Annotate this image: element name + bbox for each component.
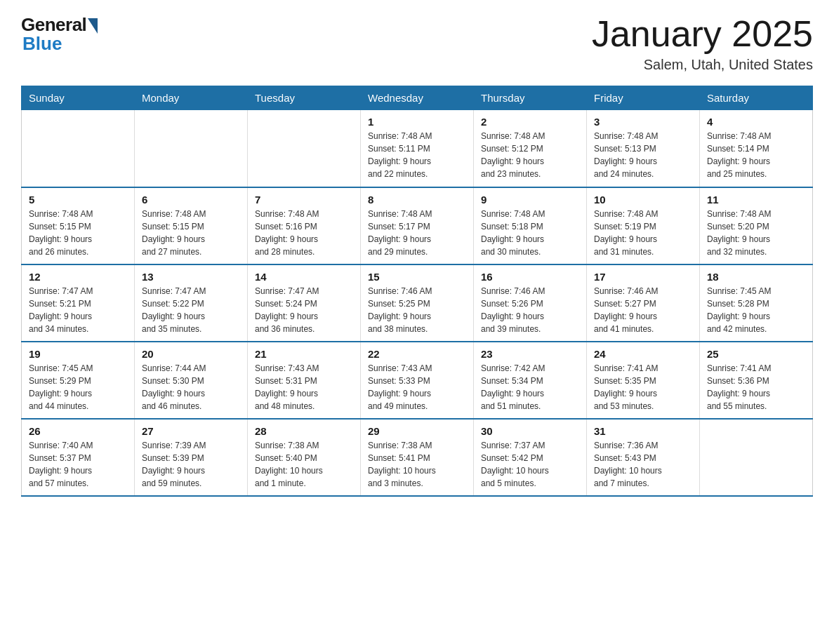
calendar-cell: 4Sunrise: 7:48 AM Sunset: 5:14 PM Daylig… — [700, 110, 813, 187]
calendar-week-row: 5Sunrise: 7:48 AM Sunset: 5:15 PM Daylig… — [22, 187, 813, 264]
day-info-text: Sunrise: 7:47 AM Sunset: 5:21 PM Dayligh… — [29, 285, 127, 335]
day-info-text: Sunrise: 7:44 AM Sunset: 5:30 PM Dayligh… — [142, 362, 240, 412]
calendar-cell: 11Sunrise: 7:48 AM Sunset: 5:20 PM Dayli… — [700, 187, 813, 264]
day-number: 12 — [29, 271, 127, 283]
day-number: 16 — [481, 271, 579, 283]
day-info-text: Sunrise: 7:48 AM Sunset: 5:14 PM Dayligh… — [707, 130, 805, 180]
day-number: 19 — [29, 348, 127, 360]
calendar-title-section: January 2025 Salem, Utah, United States — [592, 14, 813, 73]
day-info-text: Sunrise: 7:45 AM Sunset: 5:28 PM Dayligh… — [707, 285, 805, 335]
day-number: 4 — [707, 116, 805, 128]
weekday-header-row: SundayMondayTuesdayWednesdayThursdayFrid… — [22, 86, 813, 110]
day-number: 10 — [594, 194, 692, 206]
calendar-cell: 31Sunrise: 7:36 AM Sunset: 5:43 PM Dayli… — [587, 419, 700, 496]
day-info-text: Sunrise: 7:48 AM Sunset: 5:16 PM Dayligh… — [255, 208, 353, 258]
logo-triangle-icon — [88, 18, 98, 34]
weekday-header-friday: Friday — [587, 86, 700, 110]
calendar-cell: 30Sunrise: 7:37 AM Sunset: 5:42 PM Dayli… — [474, 419, 587, 496]
day-info-text: Sunrise: 7:48 AM Sunset: 5:19 PM Dayligh… — [594, 208, 692, 258]
day-info-text: Sunrise: 7:39 AM Sunset: 5:39 PM Dayligh… — [142, 439, 240, 490]
day-number: 5 — [29, 194, 127, 206]
logo-blue-text: Blue — [22, 33, 62, 55]
calendar-week-row: 19Sunrise: 7:45 AM Sunset: 5:29 PM Dayli… — [22, 342, 813, 419]
day-number: 6 — [142, 194, 240, 206]
day-number: 1 — [368, 116, 466, 128]
calendar-cell: 6Sunrise: 7:48 AM Sunset: 5:15 PM Daylig… — [135, 187, 248, 264]
calendar-table: SundayMondayTuesdayWednesdayThursdayFrid… — [21, 86, 813, 497]
day-info-text: Sunrise: 7:43 AM Sunset: 5:33 PM Dayligh… — [368, 362, 466, 412]
calendar-cell: 21Sunrise: 7:43 AM Sunset: 5:31 PM Dayli… — [248, 342, 361, 419]
day-info-text: Sunrise: 7:48 AM Sunset: 5:11 PM Dayligh… — [368, 130, 466, 180]
day-number: 26 — [29, 425, 127, 437]
day-number: 13 — [142, 271, 240, 283]
day-number: 25 — [707, 348, 805, 360]
calendar-cell — [135, 110, 248, 187]
calendar-cell: 24Sunrise: 7:41 AM Sunset: 5:35 PM Dayli… — [587, 342, 700, 419]
calendar-week-row: 12Sunrise: 7:47 AM Sunset: 5:21 PM Dayli… — [22, 264, 813, 342]
day-info-text: Sunrise: 7:48 AM Sunset: 5:18 PM Dayligh… — [481, 208, 579, 258]
weekday-header-thursday: Thursday — [474, 86, 587, 110]
weekday-header-monday: Monday — [135, 86, 248, 110]
day-number: 7 — [255, 194, 353, 206]
day-number: 20 — [142, 348, 240, 360]
calendar-cell: 14Sunrise: 7:47 AM Sunset: 5:24 PM Dayli… — [248, 264, 361, 342]
calendar-cell: 3Sunrise: 7:48 AM Sunset: 5:13 PM Daylig… — [587, 110, 700, 187]
calendar-week-row: 26Sunrise: 7:40 AM Sunset: 5:37 PM Dayli… — [22, 419, 813, 496]
day-number: 22 — [368, 348, 466, 360]
day-number: 31 — [594, 425, 692, 437]
day-info-text: Sunrise: 7:46 AM Sunset: 5:27 PM Dayligh… — [594, 285, 692, 335]
calendar-cell: 9Sunrise: 7:48 AM Sunset: 5:18 PM Daylig… — [474, 187, 587, 264]
calendar-cell — [22, 110, 135, 187]
calendar-cell: 16Sunrise: 7:46 AM Sunset: 5:26 PM Dayli… — [474, 264, 587, 342]
calendar-cell: 27Sunrise: 7:39 AM Sunset: 5:39 PM Dayli… — [135, 419, 248, 496]
day-info-text: Sunrise: 7:36 AM Sunset: 5:43 PM Dayligh… — [594, 439, 692, 490]
calendar-cell: 29Sunrise: 7:38 AM Sunset: 5:41 PM Dayli… — [361, 419, 474, 496]
calendar-cell: 18Sunrise: 7:45 AM Sunset: 5:28 PM Dayli… — [700, 264, 813, 342]
day-number: 24 — [594, 348, 692, 360]
calendar-cell: 23Sunrise: 7:42 AM Sunset: 5:34 PM Dayli… — [474, 342, 587, 419]
calendar-cell: 28Sunrise: 7:38 AM Sunset: 5:40 PM Dayli… — [248, 419, 361, 496]
calendar-week-row: 1Sunrise: 7:48 AM Sunset: 5:11 PM Daylig… — [22, 110, 813, 187]
calendar-cell — [700, 419, 813, 496]
location-subtitle: Salem, Utah, United States — [592, 57, 813, 73]
calendar-cell: 25Sunrise: 7:41 AM Sunset: 5:36 PM Dayli… — [700, 342, 813, 419]
calendar-cell: 17Sunrise: 7:46 AM Sunset: 5:27 PM Dayli… — [587, 264, 700, 342]
weekday-header-tuesday: Tuesday — [248, 86, 361, 110]
day-info-text: Sunrise: 7:41 AM Sunset: 5:35 PM Dayligh… — [594, 362, 692, 412]
day-info-text: Sunrise: 7:46 AM Sunset: 5:26 PM Dayligh… — [481, 285, 579, 335]
calendar-cell: 5Sunrise: 7:48 AM Sunset: 5:15 PM Daylig… — [22, 187, 135, 264]
day-info-text: Sunrise: 7:48 AM Sunset: 5:13 PM Dayligh… — [594, 130, 692, 180]
day-number: 14 — [255, 271, 353, 283]
day-info-text: Sunrise: 7:48 AM Sunset: 5:17 PM Dayligh… — [368, 208, 466, 258]
day-info-text: Sunrise: 7:42 AM Sunset: 5:34 PM Dayligh… — [481, 362, 579, 412]
day-number: 3 — [594, 116, 692, 128]
day-info-text: Sunrise: 7:45 AM Sunset: 5:29 PM Dayligh… — [29, 362, 127, 412]
calendar-cell: 10Sunrise: 7:48 AM Sunset: 5:19 PM Dayli… — [587, 187, 700, 264]
day-number: 28 — [255, 425, 353, 437]
day-info-text: Sunrise: 7:38 AM Sunset: 5:41 PM Dayligh… — [368, 439, 466, 490]
calendar-cell: 1Sunrise: 7:48 AM Sunset: 5:11 PM Daylig… — [361, 110, 474, 187]
day-info-text: Sunrise: 7:48 AM Sunset: 5:12 PM Dayligh… — [481, 130, 579, 180]
calendar-cell: 12Sunrise: 7:47 AM Sunset: 5:21 PM Dayli… — [22, 264, 135, 342]
calendar-cell: 20Sunrise: 7:44 AM Sunset: 5:30 PM Dayli… — [135, 342, 248, 419]
day-number: 30 — [481, 425, 579, 437]
day-info-text: Sunrise: 7:47 AM Sunset: 5:24 PM Dayligh… — [255, 285, 353, 335]
weekday-header-wednesday: Wednesday — [361, 86, 474, 110]
calendar-cell: 22Sunrise: 7:43 AM Sunset: 5:33 PM Dayli… — [361, 342, 474, 419]
day-info-text: Sunrise: 7:48 AM Sunset: 5:15 PM Dayligh… — [142, 208, 240, 258]
day-info-text: Sunrise: 7:48 AM Sunset: 5:20 PM Dayligh… — [707, 208, 805, 258]
month-year-title: January 2025 — [592, 14, 813, 54]
day-number: 21 — [255, 348, 353, 360]
day-info-text: Sunrise: 7:41 AM Sunset: 5:36 PM Dayligh… — [707, 362, 805, 412]
day-number: 23 — [481, 348, 579, 360]
day-info-text: Sunrise: 7:37 AM Sunset: 5:42 PM Dayligh… — [481, 439, 579, 490]
calendar-cell: 7Sunrise: 7:48 AM Sunset: 5:16 PM Daylig… — [248, 187, 361, 264]
day-info-text: Sunrise: 7:40 AM Sunset: 5:37 PM Dayligh… — [29, 439, 127, 490]
day-number: 2 — [481, 116, 579, 128]
calendar-cell: 8Sunrise: 7:48 AM Sunset: 5:17 PM Daylig… — [361, 187, 474, 264]
day-info-text: Sunrise: 7:38 AM Sunset: 5:40 PM Dayligh… — [255, 439, 353, 490]
day-number: 17 — [594, 271, 692, 283]
calendar-cell — [248, 110, 361, 187]
day-number: 29 — [368, 425, 466, 437]
day-info-text: Sunrise: 7:46 AM Sunset: 5:25 PM Dayligh… — [368, 285, 466, 335]
